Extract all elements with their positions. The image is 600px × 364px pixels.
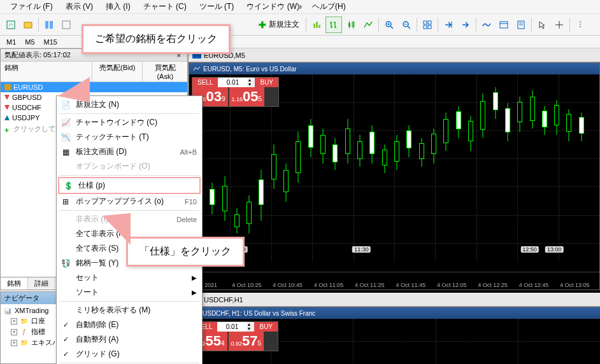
plus-icon: ✚ bbox=[259, 20, 266, 30]
time-mark: 12:50 bbox=[520, 246, 539, 253]
templates-icon[interactable] bbox=[513, 17, 529, 33]
menu-view[interactable]: 表示 (V) bbox=[61, 0, 98, 13]
buy-price[interactable]: 1.16 05 5 bbox=[229, 87, 265, 106]
auto-scroll-icon[interactable] bbox=[440, 17, 457, 33]
tab-symbols[interactable]: 銘柄 bbox=[1, 277, 28, 290]
menu-help[interactable]: ヘルプ(H) bbox=[307, 0, 351, 13]
svg-rect-0 bbox=[7, 21, 15, 29]
chart-shift-icon[interactable] bbox=[457, 17, 474, 33]
zoom-in-icon[interactable] bbox=[381, 17, 397, 33]
symbol-down-icon bbox=[4, 105, 10, 110]
ctx-tick-chart[interactable]: 📉 ティックチャート (T) bbox=[57, 130, 202, 144]
chart1-window[interactable]: EURUSD, M5: Euro vs US Dollar bbox=[189, 62, 600, 290]
indicators-icon[interactable] bbox=[478, 17, 495, 33]
callout-click-spec: 「仕様」をクリック bbox=[126, 237, 245, 267]
symbol-icon bbox=[4, 84, 11, 90]
chart1-tab[interactable]: EURUSD,M5 bbox=[189, 48, 600, 62]
symbol-up-icon bbox=[4, 115, 10, 120]
chart-line-icon[interactable] bbox=[360, 17, 376, 33]
time-mark: 13:00 bbox=[545, 246, 564, 253]
svg-line-15 bbox=[408, 26, 410, 29]
buy-price[interactable]: 0.92 57 5 bbox=[229, 332, 264, 351]
expand-icon[interactable]: + bbox=[11, 340, 17, 346]
svg-rect-4 bbox=[62, 21, 70, 29]
ctx-auto-delete[interactable]: ✓ 自動削除 (E) bbox=[57, 318, 202, 332]
chart-window-icon: 📈 bbox=[61, 118, 71, 128]
folder-icon: 📁 bbox=[20, 317, 29, 326]
symbols-icon: 💱 bbox=[61, 258, 71, 269]
cursor-icon[interactable] bbox=[534, 17, 550, 33]
time-mark: 11:30 bbox=[352, 246, 371, 253]
svg-rect-17 bbox=[428, 21, 431, 24]
chart2-tab[interactable]: USDCHF,H1 bbox=[189, 293, 600, 307]
col-bid[interactable]: 売気配(Bid) bbox=[92, 62, 143, 81]
callout-right-click: ご希望の銘柄を右クリック bbox=[82, 24, 231, 54]
lot-input[interactable] bbox=[218, 78, 247, 87]
svg-rect-19 bbox=[428, 25, 431, 29]
check-icon: ✓ bbox=[63, 335, 69, 344]
svg-rect-21 bbox=[500, 22, 508, 28]
chart2-title: USDCHF, H1: US Dollar vs Swiss Franc bbox=[189, 307, 600, 319]
symbol-row-eurusd[interactable]: EURUSD bbox=[1, 82, 187, 92]
ctx-popup-prices[interactable]: ⊞ ポップアッププライス (o) F10 bbox=[57, 194, 202, 209]
tf-m1[interactable]: M1 bbox=[3, 38, 20, 46]
menu-insert[interactable]: 挿入 (I) bbox=[101, 0, 136, 13]
crosshair-icon[interactable] bbox=[551, 17, 568, 33]
app-icon: 📊 bbox=[3, 306, 12, 315]
svg-rect-7 bbox=[318, 25, 320, 28]
zoom-out-icon[interactable] bbox=[398, 17, 415, 33]
new-chart-icon[interactable] bbox=[3, 17, 19, 33]
tf-m15[interactable]: M15 bbox=[40, 38, 61, 46]
menu-window[interactable]: ウインドウ (W) bbox=[241, 0, 304, 13]
tick-chart-icon: 📉 bbox=[61, 132, 71, 143]
menu-tools[interactable]: ツール (T) bbox=[194, 0, 239, 13]
menu-chart[interactable]: チャート (C) bbox=[138, 0, 192, 13]
ctx-auto-arrange[interactable]: ✓ 自動整列 (A) bbox=[57, 332, 202, 347]
ctx-sets[interactable]: セット ▶ bbox=[57, 270, 202, 285]
expand-icon[interactable]: + bbox=[11, 318, 17, 325]
lot-input[interactable] bbox=[217, 322, 246, 332]
profiles-icon[interactable] bbox=[20, 17, 36, 33]
buy-button[interactable]: BUY bbox=[255, 78, 278, 87]
ctx-chart-window[interactable]: 📈 チャートウインドウ (C) bbox=[57, 115, 202, 130]
menu-file[interactable]: ファイル (F) bbox=[5, 0, 58, 13]
ctx-grid[interactable]: ✓ グリッド (G) bbox=[57, 347, 202, 361]
ctx-option-board: オプションボード (O) bbox=[57, 159, 202, 174]
new-order-label: 新規注文 bbox=[269, 19, 299, 30]
col-ask[interactable]: 買気配(Ask) bbox=[143, 62, 187, 81]
market-watch-header: 銘柄 売気配(Bid) 買気配(Ask) bbox=[1, 62, 187, 82]
popup-icon: ⊞ bbox=[61, 197, 71, 207]
tile-windows-icon[interactable] bbox=[419, 17, 436, 33]
svg-rect-16 bbox=[424, 21, 427, 24]
menubar: ファイル (F) 表示 (V) 挿入 (I) チャート (C) ツール (T) … bbox=[0, 0, 600, 14]
symbol-down-icon bbox=[4, 95, 10, 100]
svg-rect-18 bbox=[424, 25, 427, 29]
chart-candles-icon[interactable] bbox=[343, 17, 359, 33]
plus-icon: + bbox=[4, 126, 11, 132]
svg-rect-6 bbox=[316, 22, 318, 28]
ctx-sort[interactable]: ソート ▶ bbox=[57, 285, 202, 300]
tf-m5[interactable]: M5 bbox=[21, 38, 38, 46]
lot-spinner[interactable]: ▲▼ bbox=[247, 78, 255, 87]
ctx-specification[interactable]: 💲 仕様 (p) bbox=[58, 177, 201, 194]
data-window-icon[interactable] bbox=[58, 17, 75, 33]
periods-icon[interactable] bbox=[496, 17, 512, 33]
ctx-depth[interactable]: ▦ 板注文画面 (D) Alt+B bbox=[57, 144, 202, 159]
autotrade-icon[interactable] bbox=[308, 17, 325, 33]
lot-spinner[interactable]: ▲▼ bbox=[246, 322, 254, 332]
new-order-button[interactable]: ✚ 新規注文 bbox=[254, 17, 304, 32]
vline-icon[interactable] bbox=[572, 17, 589, 33]
expand-icon[interactable]: + bbox=[11, 329, 17, 335]
check-icon: ✓ bbox=[63, 350, 69, 358]
market-watch-icon[interactable] bbox=[41, 17, 57, 33]
tab-details[interactable]: 詳細 bbox=[28, 277, 55, 290]
buy-button[interactable]: BUY bbox=[254, 322, 278, 332]
ctx-show-millis[interactable]: ミリ秒を表示する (M) bbox=[57, 303, 202, 318]
folder-icon: 📁 bbox=[20, 339, 29, 347]
svg-line-13 bbox=[390, 26, 393, 29]
chart2-window[interactable]: USDCHF, H1: US Dollar vs Swiss Franc SEL… bbox=[189, 307, 600, 364]
sell-button[interactable]: SELL bbox=[192, 78, 218, 87]
chart-bars-icon[interactable] bbox=[325, 17, 342, 33]
chart1-title: EURUSD, M5: Euro vs US Dollar bbox=[189, 63, 599, 74]
svg-rect-2 bbox=[45, 21, 48, 29]
